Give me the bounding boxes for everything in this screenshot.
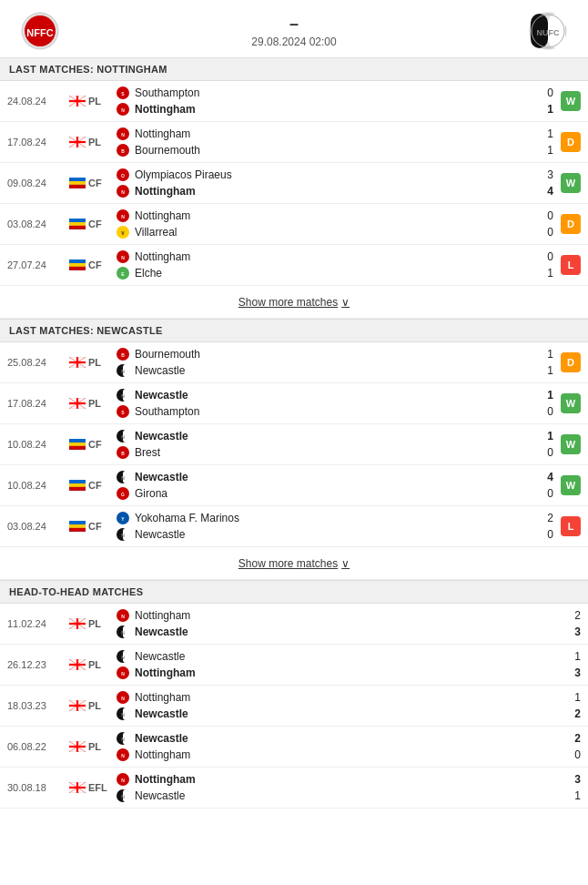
match-date: 27.07.24 <box>7 259 69 270</box>
team-badge-icon: Y <box>116 511 130 525</box>
team-name: Nottingham <box>135 127 531 140</box>
team-name: Newcastle <box>135 364 531 377</box>
match-teams: NNewcastle1NNottingham3 <box>110 648 581 681</box>
team-row: GGirona0 <box>116 485 553 502</box>
table-row: 11.02.24 PLNNottingham2NNewcastle3 <box>0 604 588 644</box>
svg-text:N: N <box>121 107 125 113</box>
team-name: Nottingham <box>135 609 558 622</box>
team-score: 1 <box>563 691 581 704</box>
team-row: NNewcastle1 <box>116 648 581 665</box>
match-teams: SSouthampton0NNottingham1 <box>110 85 553 117</box>
match-competition: PL <box>69 700 110 711</box>
match-pair: 24.08.24 PLSSouthampton0NNottingham1W <box>0 81 588 122</box>
svg-rect-95 <box>69 528 86 532</box>
match-pair: 11.02.24 PLNNottingham2NNewcastle3 <box>0 604 588 645</box>
table-row: 24.08.24 PLSSouthampton0NNottingham1W <box>0 81 588 121</box>
match-pair: 27.07.24 CFNNottingham0EElche1L <box>0 245 588 286</box>
match-date: 25.08.24 <box>7 357 69 368</box>
match-teams: NNottingham0VVillarreal0 <box>110 208 553 240</box>
team-score: 2 <box>563 707 581 720</box>
team-badge-icon: N <box>116 625 130 639</box>
section-h2h: HEAD-TO-HEAD MATCHES <box>0 580 588 604</box>
team-badge-icon: G <box>116 486 130 501</box>
team-row: NNottingham0 <box>116 747 581 763</box>
table-row: 17.08.24 PLNNottingham1BBournemouth1D <box>0 122 588 162</box>
svg-text:N: N <box>121 671 125 676</box>
show-more-nottingham-button[interactable]: Show more matches ∨ <box>238 296 350 309</box>
team-row: NNewcastle4 <box>116 469 553 485</box>
team-row: NNewcastle1 <box>116 788 581 804</box>
competition-label: PL <box>88 357 101 368</box>
svg-text:N: N <box>121 189 125 195</box>
team-name: Newcastle <box>135 789 558 802</box>
team-badge-icon: N <box>116 388 130 402</box>
svg-rect-85 <box>69 483 86 487</box>
match-competition: CF <box>69 259 110 270</box>
team-badge-icon: N <box>116 527 130 542</box>
show-more-newcastle-row: Show more matches ∨ <box>0 547 588 580</box>
match-competition: CF <box>69 178 110 188</box>
result-badge: D <box>561 352 581 372</box>
team-badge-icon: N <box>116 470 130 484</box>
match-pair: 03.08.24 CFYYokohama F. Marinos2NNewcast… <box>0 506 588 547</box>
result-badge: W <box>561 393 581 413</box>
team-score: 0 <box>535 209 553 222</box>
team-row: YYokohama F. Marinos2 <box>116 510 553 526</box>
table-row: 03.08.24 CFYYokohama F. Marinos2NNewcast… <box>0 506 588 546</box>
match-competition: PL <box>69 618 110 629</box>
match-teams: NNottingham0EElche1 <box>110 249 553 281</box>
team-badge-icon: E <box>116 266 130 280</box>
team-name: Bournemouth <box>135 348 531 361</box>
team-badge-icon: N <box>116 748 130 762</box>
svg-text:N: N <box>121 255 125 260</box>
match-datetime: 29.08.2024 02:00 <box>251 36 336 48</box>
team-name: Southampton <box>135 405 531 418</box>
team-name: Brest <box>135 446 531 459</box>
match-pair: 18.03.23 PLNNottingham1NNewcastle2 <box>0 686 588 727</box>
team-row: NNottingham3 <box>116 665 581 681</box>
team-row: NNottingham1 <box>116 689 581 706</box>
team-score: 3 <box>563 773 581 786</box>
svg-rect-93 <box>69 521 86 524</box>
competition-label: CF <box>88 259 102 270</box>
svg-text:N: N <box>121 214 125 219</box>
table-row: 27.07.24 CFNNottingham0EElche1L <box>0 245 588 285</box>
result-badge: W <box>561 434 581 454</box>
match-teams: NNottingham1NNewcastle2 <box>110 689 581 722</box>
team-score: 3 <box>563 666 581 679</box>
team-name: Nottingham <box>135 209 531 222</box>
match-date: 03.08.24 <box>7 219 69 229</box>
svg-text:G: G <box>121 492 125 497</box>
nottingham-matches: 24.08.24 PLSSouthampton0NNottingham1W17.… <box>0 81 588 286</box>
competition-label: CF <box>88 480 102 491</box>
team-score: 1 <box>535 389 553 402</box>
team-badge-icon: B <box>116 143 130 158</box>
team-badge-icon: N <box>116 649 130 664</box>
team-name: Nottingham <box>135 185 531 198</box>
svg-rect-29 <box>69 178 86 181</box>
svg-text:N: N <box>121 630 125 636</box>
match-pair: 10.08.24 CFNNewcastle1BBrest0W <box>0 424 588 465</box>
team-score: 4 <box>535 471 553 483</box>
team-score: 2 <box>563 609 581 622</box>
team-badge-icon: N <box>116 608 130 623</box>
match-teams: BBournemouth1NNewcastle1 <box>110 346 553 379</box>
team-name: Girona <box>135 487 531 500</box>
team-row: EElche1 <box>116 265 553 281</box>
team-row: NNottingham4 <box>116 183 553 199</box>
team-row: NNottingham0 <box>116 249 553 265</box>
team-row: NNewcastle0 <box>116 526 553 543</box>
match-date: 10.08.24 <box>7 480 69 491</box>
match-pair: 17.08.24 PLNNottingham1BBournemouth1D <box>0 122 588 163</box>
svg-text:N: N <box>121 696 125 701</box>
away-team-logo: NUFC <box>526 9 570 53</box>
competition-label: PL <box>88 741 101 752</box>
svg-text:N: N <box>121 778 125 783</box>
competition-label: PL <box>88 398 101 409</box>
show-more-newcastle-button[interactable]: Show more matches ∨ <box>238 557 350 570</box>
team-row: NNewcastle1 <box>116 362 553 379</box>
match-date: 03.08.24 <box>7 521 69 532</box>
match-competition: PL <box>69 137 110 148</box>
table-row: 26.12.23 PLNNewcastle1NNottingham3 <box>0 645 588 685</box>
team-score: 1 <box>535 127 553 140</box>
